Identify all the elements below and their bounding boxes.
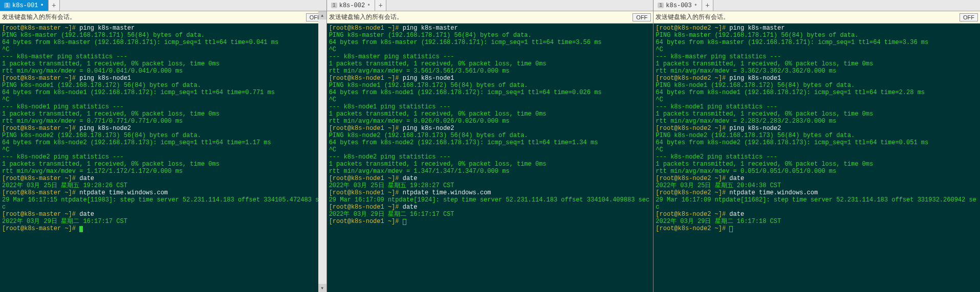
terminal-line: [root@k8s-node2 ~]# ping k8s-node2 bbox=[656, 125, 978, 132]
broadcast-off-button[interactable]: OFF bbox=[633, 13, 651, 21]
terminal-line: [root@k8s-master ~]# date bbox=[2, 211, 324, 218]
terminal-line: --- k8s-node2 ping statistics --- bbox=[329, 153, 651, 161]
scrollbar[interactable]: ▲▼ bbox=[318, 11, 326, 292]
shell-output: PING k8s-node2 (192.168.178.173) 56(84) … bbox=[329, 132, 528, 139]
shell-output: 64 bytes from k8s-master (192.168.178.17… bbox=[329, 39, 602, 46]
add-tab-button[interactable]: + bbox=[702, 0, 713, 11]
add-tab-button[interactable]: + bbox=[375, 0, 386, 11]
shell-prompt: [root@k8s-node2 ~]# bbox=[656, 189, 726, 196]
shell-prompt: [root@k8s-master ~]# bbox=[2, 175, 76, 182]
shell-command: date bbox=[76, 211, 94, 218]
shell-output: PING k8s-node2 (192.168.178.173) 56(84) … bbox=[656, 132, 855, 139]
scroll-up-icon[interactable]: ▲ bbox=[318, 11, 326, 19]
shell-output: --- k8s-node1 ping statistics --- bbox=[2, 103, 124, 110]
shell-command: ping k8s-node2 bbox=[399, 125, 454, 132]
shell-command: ping k8s-node1 bbox=[726, 75, 781, 82]
tab-title: k8s-002 bbox=[339, 2, 365, 9]
shell-command: ping k8s-node2 bbox=[76, 125, 131, 132]
shell-output: 1 packets transmitted, 1 received, 0% pa… bbox=[656, 60, 873, 68]
shell-command: ping k8s-master bbox=[399, 25, 458, 32]
shell-output: 29 Mar 16:17:09 ntpdate[1924]: step time… bbox=[329, 196, 650, 204]
shell-output: ^C bbox=[656, 96, 663, 103]
shell-command: date bbox=[726, 211, 744, 218]
terminal-line: PING k8s-node2 (192.168.178.173) 56(84) … bbox=[656, 132, 978, 139]
shell-output: --- k8s-master ping statistics --- bbox=[2, 53, 127, 60]
terminal-line: rtt min/avg/max/mdev = 0.771/0.771/0.771… bbox=[2, 118, 324, 125]
shell-output: 1 packets transmitted, 1 received, 0% pa… bbox=[2, 60, 220, 68]
shell-output: ^C bbox=[656, 46, 663, 53]
session-tab[interactable]: 1k8s-003• bbox=[654, 0, 702, 11]
terminal-line: rtt min/avg/max/mdev = 3.362/3.362/3.362… bbox=[656, 68, 978, 75]
shell-command: date bbox=[399, 175, 418, 182]
broadcast-off-button[interactable]: OFF bbox=[960, 13, 978, 21]
terminal-line: 1 packets transmitted, 1 received, 0% pa… bbox=[2, 110, 324, 118]
shell-output: 1 packets transmitted, 1 received, 0% pa… bbox=[329, 60, 547, 68]
terminal-line: 64 bytes from k8s-node2 (192.168.178.173… bbox=[656, 139, 978, 146]
shell-prompt: [root@k8s-master ~]# bbox=[2, 211, 76, 218]
scroll-down-icon[interactable]: ▼ bbox=[318, 284, 326, 292]
terminal-output[interactable]: [root@k8s-master ~]# ping k8s-masterPING… bbox=[0, 24, 326, 292]
terminal-line: [root@k8s-node1 ~]# ping k8s-master bbox=[329, 25, 651, 32]
shell-output: 29 Mar 16:17:15 ntpdate[11983]: step tim… bbox=[2, 196, 323, 211]
tab-bar: 1k8s-001•+ bbox=[0, 0, 326, 11]
shell-output: 29 Mar 16:17:09 ntpdate[11682]: step tim… bbox=[656, 196, 976, 211]
shell-prompt: [root@k8s-master ~]# bbox=[2, 25, 76, 32]
cursor-icon bbox=[79, 226, 83, 232]
shell-command: ping k8s-master bbox=[76, 25, 135, 32]
terminal-line: 1 packets transmitted, 1 received, 0% pa… bbox=[329, 110, 651, 118]
shell-command bbox=[726, 225, 729, 232]
shell-prompt: [root@k8s-master ~]# bbox=[2, 75, 76, 82]
banner-text: 发送键盘输入的所有会话。 bbox=[656, 13, 729, 21]
shell-output: 1 packets transmitted, 1 received, 0% pa… bbox=[656, 161, 873, 168]
shell-prompt: [root@k8s-node2 ~]# bbox=[656, 225, 726, 232]
shell-output: 2022年 03月 29日 星期二 16:17:17 CST bbox=[2, 218, 127, 225]
terminal-output[interactable]: [root@k8s-node1 ~]# ping k8s-masterPING … bbox=[327, 24, 654, 292]
shell-command: date bbox=[726, 175, 744, 182]
shell-output: rtt min/avg/max/mdev = 0.041/0.041/0.041… bbox=[2, 68, 183, 75]
terminal-line: --- k8s-node1 ping statistics --- bbox=[2, 103, 324, 110]
scroll-track[interactable] bbox=[318, 19, 326, 284]
terminal-line: PING k8s-node2 (192.168.178.173) 56(84) … bbox=[329, 132, 651, 139]
terminal-line: ^C bbox=[656, 46, 978, 53]
terminal-output[interactable]: [root@k8s-node2 ~]# ping k8s-masterPING … bbox=[654, 24, 980, 292]
shell-output: 64 bytes from k8s-node2 (192.168.178.173… bbox=[656, 139, 928, 146]
terminal-line: rtt min/avg/max/mdev = 0.026/0.026/0.026… bbox=[329, 118, 651, 125]
shell-prompt: [root@k8s-node1 ~]# bbox=[329, 75, 399, 82]
shell-output: ^C bbox=[656, 146, 663, 153]
close-icon[interactable]: • bbox=[367, 2, 371, 9]
terminal-pane-1: 1k8s-002•+发送键盘输入的所有会话。OFF[root@k8s-node1… bbox=[327, 0, 654, 292]
terminal-line: 64 bytes from k8s-master (192.168.178.17… bbox=[2, 39, 324, 46]
terminal-line: ^C bbox=[329, 96, 651, 103]
shell-output: 2022年 03月 29日 星期二 16:17:18 CST bbox=[656, 218, 781, 225]
terminal-line: PING k8s-node2 (192.168.178.173) 56(84) … bbox=[2, 132, 324, 139]
terminal-line: 64 bytes from k8s-node1 (192.168.178.172… bbox=[656, 89, 978, 96]
shell-output: rtt min/avg/max/mdev = 2.283/2.283/2.283… bbox=[656, 118, 836, 125]
shell-command: ntpdate time.windows.com bbox=[726, 189, 818, 196]
shell-output: 1 packets transmitted, 1 received, 0% pa… bbox=[329, 110, 547, 118]
shell-output: 64 bytes from k8s-node2 (192.168.178.173… bbox=[329, 139, 598, 146]
cursor-icon bbox=[729, 226, 733, 232]
terminal-line: --- k8s-node2 ping statistics --- bbox=[2, 153, 324, 161]
terminal-line: [root@k8s-master ~]# ping k8s-master bbox=[2, 25, 324, 32]
add-tab-button[interactable]: + bbox=[49, 0, 60, 11]
terminal-line: --- k8s-master ping statistics --- bbox=[329, 53, 651, 60]
terminal-line: [root@k8s-master ~]# bbox=[2, 225, 324, 232]
terminal-line: PING k8s-node1 (192.168.178.172) 56(84) … bbox=[329, 82, 651, 89]
close-icon[interactable]: • bbox=[694, 2, 698, 9]
shell-output: 64 bytes from k8s-node1 (192.168.178.172… bbox=[656, 89, 925, 96]
shell-output: --- k8s-master ping statistics --- bbox=[329, 53, 454, 60]
shell-output: --- k8s-node2 ping statistics --- bbox=[656, 153, 777, 161]
session-tab[interactable]: 1k8s-002• bbox=[327, 0, 376, 11]
shell-prompt: [root@k8s-node1 ~]# bbox=[329, 175, 399, 182]
broadcast-banner: 发送键盘输入的所有会话。OFF bbox=[327, 11, 654, 24]
shell-output: 1 packets transmitted, 1 received, 0% pa… bbox=[2, 110, 220, 118]
banner-text: 发送键盘输入的所有会话。 bbox=[329, 13, 403, 21]
terminal-line: ^C bbox=[656, 96, 978, 103]
shell-prompt: [root@k8s-node1 ~]# bbox=[329, 218, 399, 225]
shell-prompt: [root@k8s-node1 ~]# bbox=[329, 125, 399, 132]
shell-output: ^C bbox=[2, 96, 9, 103]
close-icon[interactable]: • bbox=[40, 2, 43, 9]
shell-command: ping k8s-node2 bbox=[726, 125, 781, 132]
session-tab[interactable]: 1k8s-001• bbox=[0, 0, 49, 11]
terminal-line: 1 packets transmitted, 1 received, 0% pa… bbox=[656, 161, 978, 168]
